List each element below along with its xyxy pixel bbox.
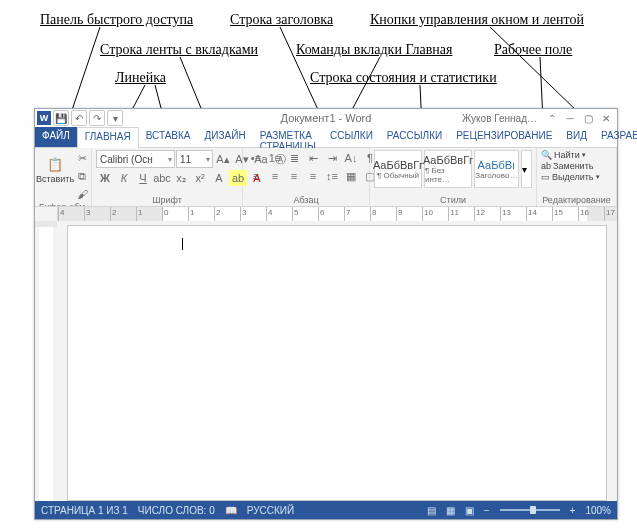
close-button[interactable]: ✕: [599, 112, 613, 124]
document-page[interactable]: [67, 225, 607, 501]
status-proofing[interactable]: 📖: [225, 505, 237, 516]
style-sample: АаБбВвГг: [423, 154, 473, 166]
tab-insert[interactable]: ВСТАВКА: [139, 127, 198, 147]
svg-line-0: [70, 27, 100, 116]
tab-references[interactable]: ССЫЛКИ: [323, 127, 380, 147]
word-icon: W: [37, 111, 51, 125]
style-nospacing[interactable]: АаБбВвГг ¶ Без инте…: [424, 150, 472, 188]
group-editing-label: Редактирование: [541, 195, 612, 206]
tab-layout[interactable]: РАЗМЕТКА СТРАНИЦЫ: [253, 127, 323, 147]
group-paragraph: •≡ 1≡ ≣ ⇤ ⇥ A↓ ¶ ≡ ≡ ≡ ≡ ↕≡ ▦ ▢: [243, 148, 370, 206]
strike-button[interactable]: abc: [153, 170, 171, 186]
decrease-indent-button[interactable]: ⇤: [304, 150, 322, 166]
annot-ruler: Линейка: [115, 70, 166, 86]
ruler-corner: [35, 207, 58, 221]
font-size-combo[interactable]: 11: [176, 150, 213, 168]
find-button[interactable]: 🔍Найти▾: [541, 150, 600, 160]
minimize-button[interactable]: ─: [563, 112, 577, 124]
justify-button[interactable]: ≡: [304, 168, 322, 184]
save-icon: 💾: [55, 113, 67, 124]
qat-customize-button[interactable]: ▾: [107, 110, 123, 126]
document-title: Документ1 - Word: [281, 112, 372, 124]
subscript-button[interactable]: x₂: [172, 170, 190, 186]
replace-label: Заменить: [553, 161, 593, 171]
annot-hometab: Команды вкладки Главная: [296, 42, 452, 58]
qat-undo-button[interactable]: ↶: [71, 110, 87, 126]
tab-mailings[interactable]: РАССЫЛКИ: [380, 127, 449, 147]
align-center-button[interactable]: ≡: [266, 168, 284, 184]
group-styles: АаБбВвГг ¶ Обычный АаБбВвГг ¶ Без инте… …: [370, 148, 537, 206]
status-bar: СТРАНИЦА 1 ИЗ 1 ЧИСЛО СЛОВ: 0 📖 РУССКИЙ …: [35, 501, 617, 519]
vertical-ruler[interactable]: [35, 221, 57, 501]
zoom-in-button[interactable]: +: [570, 505, 576, 516]
font-name-combo[interactable]: Calibri (Осн: [96, 150, 175, 168]
style-sample: АаБбВвГг: [373, 159, 423, 171]
bullets-button[interactable]: •≡: [247, 150, 265, 166]
annot-winbtns: Кнопки управления окном и лентой: [370, 12, 584, 28]
view-printlayout-button[interactable]: ▤: [427, 505, 436, 516]
ribbon-options-button[interactable]: ⌃: [545, 112, 559, 124]
user-name[interactable]: Жуков Геннад…: [462, 113, 537, 124]
word-window: W 💾 ↶ ↷ ▾ Документ1 - Word Жуков Геннад……: [34, 108, 618, 520]
tab-review[interactable]: РЕЦЕНЗИРОВАНИЕ: [449, 127, 559, 147]
grow-font-button[interactable]: A▴: [214, 151, 232, 167]
multilevel-button[interactable]: ≣: [285, 150, 303, 166]
ribbon: 📋 Вставить ✂ ⧉ 🖌 Буфер обм… Calibri (Осн…: [35, 148, 617, 207]
italic-button[interactable]: К: [115, 170, 133, 186]
numbering-button[interactable]: 1≡: [266, 150, 284, 166]
tab-file[interactable]: ФАЙЛ: [35, 127, 77, 147]
text-cursor: [182, 238, 183, 250]
search-icon: 🔍: [541, 150, 552, 160]
status-language[interactable]: РУССКИЙ: [247, 505, 294, 516]
quick-access-toolbar: W 💾 ↶ ↷ ▾: [35, 110, 125, 126]
zoom-level[interactable]: 100%: [585, 505, 611, 516]
underline-button[interactable]: Ч: [134, 170, 152, 186]
style-normal[interactable]: АаБбВвГг ¶ Обычный: [374, 150, 422, 188]
styles-more-button[interactable]: ▾: [521, 150, 532, 188]
align-right-button[interactable]: ≡: [285, 168, 303, 184]
select-button[interactable]: ▭Выделить▾: [541, 172, 600, 182]
maximize-button[interactable]: ▢: [581, 112, 595, 124]
svg-line-2: [490, 27, 580, 114]
tab-view[interactable]: ВИД: [559, 127, 594, 147]
line-spacing-button[interactable]: ↕≡: [323, 168, 341, 184]
group-clipboard-label: Буфер обм…: [39, 202, 87, 206]
text-effects-button[interactable]: A: [210, 170, 228, 186]
replace-button[interactable]: abЗаменить: [541, 161, 600, 171]
status-wordcount[interactable]: ЧИСЛО СЛОВ: 0: [138, 505, 215, 516]
format-painter-button[interactable]: 🖌: [73, 186, 91, 202]
annot-workarea: Рабочее поле: [494, 42, 572, 58]
redo-icon: ↷: [93, 113, 101, 124]
increase-indent-button[interactable]: ⇥: [323, 150, 341, 166]
ribbon-tabstrip: ФАЙЛ ГЛАВНАЯ ВСТАВКА ДИЗАЙН РАЗМЕТКА СТР…: [35, 127, 617, 148]
style-heading1[interactable]: АаБбВı Заголово…: [474, 150, 519, 188]
cut-button[interactable]: ✂: [73, 150, 91, 166]
copy-button[interactable]: ⧉: [73, 168, 91, 184]
view-web-button[interactable]: ▣: [465, 505, 474, 516]
group-font-label: Шрифт: [96, 195, 238, 206]
window-controls: Жуков Геннад… ⌃ ─ ▢ ✕: [462, 112, 617, 124]
sort-button[interactable]: A↓: [342, 150, 360, 166]
style-sample: АаБбВı: [478, 159, 516, 171]
tab-developer[interactable]: РАЗРАБОТЧИК: [594, 127, 637, 147]
horizontal-ruler[interactable]: 432101234567891011121314151617: [58, 207, 617, 221]
qat-redo-button[interactable]: ↷: [89, 110, 105, 126]
view-readmode-button[interactable]: ▦: [446, 505, 455, 516]
group-editing: 🔍Найти▾ abЗаменить ▭Выделить▾ Редактиров…: [537, 148, 617, 206]
zoom-out-button[interactable]: −: [484, 505, 490, 516]
align-left-button[interactable]: ≡: [247, 168, 265, 184]
tab-design[interactable]: ДИЗАЙН: [198, 127, 253, 147]
status-page[interactable]: СТРАНИЦА 1 ИЗ 1: [41, 505, 128, 516]
bold-button[interactable]: Ж: [96, 170, 114, 186]
chevron-down-icon: ▾: [113, 113, 118, 124]
tab-home[interactable]: ГЛАВНАЯ: [77, 127, 139, 148]
horizontal-ruler-bar: 432101234567891011121314151617: [35, 207, 617, 221]
shading-button[interactable]: ▦: [342, 168, 360, 184]
qat-save-button[interactable]: 💾: [53, 110, 69, 126]
superscript-button[interactable]: x²: [191, 170, 209, 186]
paste-icon: 📋: [47, 157, 63, 173]
paste-button[interactable]: 📋 Вставить: [39, 150, 71, 190]
annot-tabstrip: Строка ленты с вкладками: [100, 42, 258, 58]
zoom-slider[interactable]: [500, 509, 560, 511]
group-paragraph-label: Абзац: [247, 195, 365, 206]
